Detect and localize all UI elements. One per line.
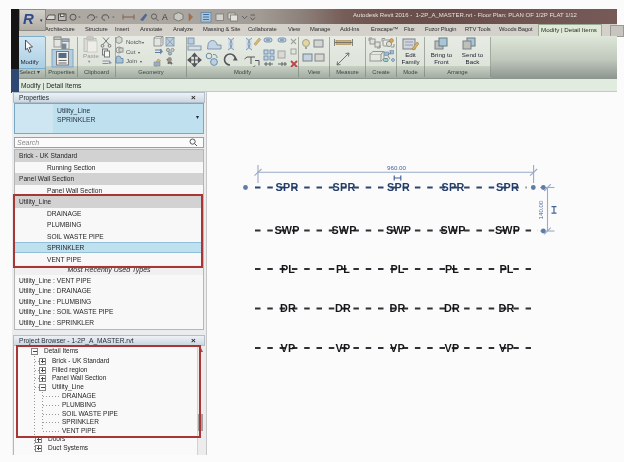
svg-text:VP: VP [390, 342, 405, 354]
svg-text:SPR: SPR [442, 181, 465, 193]
svg-text:140.00: 140.00 [537, 200, 544, 219]
svg-text:DR: DR [499, 302, 515, 314]
svg-text:A: A [162, 12, 168, 22]
svg-text:DR: DR [390, 302, 406, 314]
svg-text:960.00: 960.00 [387, 164, 406, 171]
svg-text:▾: ▾ [142, 40, 144, 45]
svg-text:SPR: SPR [333, 181, 356, 193]
svg-text:DR: DR [444, 302, 460, 314]
svg-text:Cut: Cut [126, 49, 136, 55]
svg-text:PL: PL [336, 263, 350, 275]
svg-text:VP: VP [336, 342, 351, 354]
svg-text:PL: PL [445, 263, 459, 275]
svg-text:SWP: SWP [331, 224, 356, 236]
svg-text:SWP: SWP [440, 224, 465, 236]
svg-text:PL: PL [281, 263, 295, 275]
svg-text:Join: Join [126, 58, 137, 64]
svg-text:SPR: SPR [276, 181, 299, 193]
svg-text:SWP: SWP [274, 224, 299, 236]
svg-text:SPR: SPR [496, 181, 519, 193]
svg-text:PL: PL [499, 263, 513, 275]
svg-text:VP: VP [281, 342, 296, 354]
svg-text:▾: ▾ [138, 50, 140, 55]
svg-text:Notch: Notch [126, 39, 142, 45]
svg-text:VP: VP [445, 342, 460, 354]
svg-text:SPR: SPR [387, 181, 410, 193]
svg-text:DR: DR [335, 302, 351, 314]
svg-text:▾: ▾ [140, 59, 142, 64]
svg-text:SWP: SWP [495, 224, 520, 236]
svg-text:VP: VP [499, 342, 514, 354]
svg-text:DR: DR [280, 302, 296, 314]
svg-text:SWP: SWP [386, 224, 411, 236]
svg-text:PL: PL [390, 263, 404, 275]
